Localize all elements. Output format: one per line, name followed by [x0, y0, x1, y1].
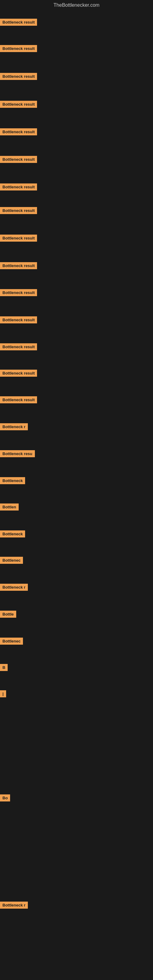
bottleneck-badge[interactable]: Bottleneck result: [0, 235, 37, 242]
list-item: Bottleneck result: [0, 289, 37, 298]
list-item: Bottleneck result: [0, 262, 37, 270]
bottleneck-badge[interactable]: Bottleneck r: [0, 902, 28, 908]
bottleneck-badge[interactable]: Bottleneck result: [0, 289, 37, 296]
list-item: Bottleneck r: [0, 902, 28, 910]
list-item: Bottleneck result: [0, 183, 37, 192]
list-item: Bottleneck r: [0, 423, 28, 431]
bottleneck-badge[interactable]: Bottleneck resu: [0, 450, 35, 457]
list-item: Bottleneck result: [0, 73, 37, 81]
bottleneck-badge[interactable]: Bottle: [0, 611, 16, 618]
bottleneck-badge[interactable]: Bottleneck r: [0, 584, 28, 591]
list-item: Bottleneck result: [0, 19, 37, 27]
site-title: TheBottlenecker.com: [0, 0, 153, 10]
list-item: Bottleneck result: [0, 396, 37, 404]
bottleneck-badge[interactable]: Bottleneck result: [0, 207, 37, 214]
list-item: Bottleneck result: [0, 156, 37, 164]
bottleneck-badge[interactable]: B: [0, 664, 8, 671]
bottleneck-badge[interactable]: Bottlenec: [0, 638, 23, 645]
bottleneck-badge[interactable]: Bottleneck result: [0, 101, 37, 108]
bottleneck-badge[interactable]: Bottleneck: [0, 477, 25, 484]
bottleneck-badge[interactable]: Bottleneck: [0, 530, 25, 538]
list-item: Bottleneck result: [0, 128, 37, 137]
list-item: Bottleneck result: [0, 343, 37, 352]
list-item: Bottleneck result: [0, 370, 37, 378]
bottleneck-badge[interactable]: Bottlenec: [0, 557, 23, 564]
list-item: Bottleneck result: [0, 101, 37, 109]
bottleneck-badge[interactable]: Bottleneck result: [0, 19, 37, 26]
list-item: Bottlen: [0, 503, 19, 512]
bottleneck-badge[interactable]: Bottleneck result: [0, 317, 37, 323]
list-item: Bottleneck result: [0, 45, 37, 53]
bottleneck-badge[interactable]: Bo: [0, 794, 10, 802]
bottleneck-badge[interactable]: Bottleneck result: [0, 156, 37, 163]
bottleneck-badge[interactable]: Bottlen: [0, 503, 19, 511]
list-item: Bottlenec: [0, 638, 23, 646]
list-item: Bottleneck result: [0, 207, 37, 215]
bottleneck-badge[interactable]: Bottleneck result: [0, 73, 37, 80]
bottleneck-badge[interactable]: Bottleneck r: [0, 423, 28, 430]
list-item: Bo: [0, 794, 10, 803]
list-item: B: [0, 664, 8, 672]
list-item: |: [0, 690, 6, 698]
list-item: Bottle: [0, 611, 16, 619]
list-item: Bottleneck r: [0, 584, 28, 592]
bottleneck-badge[interactable]: Bottleneck result: [0, 396, 37, 403]
bottleneck-badge[interactable]: Bottleneck result: [0, 343, 37, 350]
bottleneck-badge[interactable]: Bottleneck result: [0, 262, 37, 269]
bottleneck-badge[interactable]: Bottleneck result: [0, 45, 37, 52]
list-item: Bottleneck: [0, 477, 25, 485]
list-item: Bottleneck: [0, 530, 25, 539]
list-item: Bottleneck result: [0, 317, 37, 325]
bottleneck-badge[interactable]: Bottleneck result: [0, 370, 37, 377]
bottleneck-badge[interactable]: Bottleneck result: [0, 183, 37, 191]
list-item: Bottleneck resu: [0, 450, 35, 458]
bottleneck-badge[interactable]: |: [0, 690, 6, 697]
list-item: Bottleneck result: [0, 235, 37, 243]
list-item: Bottlenec: [0, 557, 23, 565]
bottleneck-badge[interactable]: Bottleneck result: [0, 128, 37, 135]
